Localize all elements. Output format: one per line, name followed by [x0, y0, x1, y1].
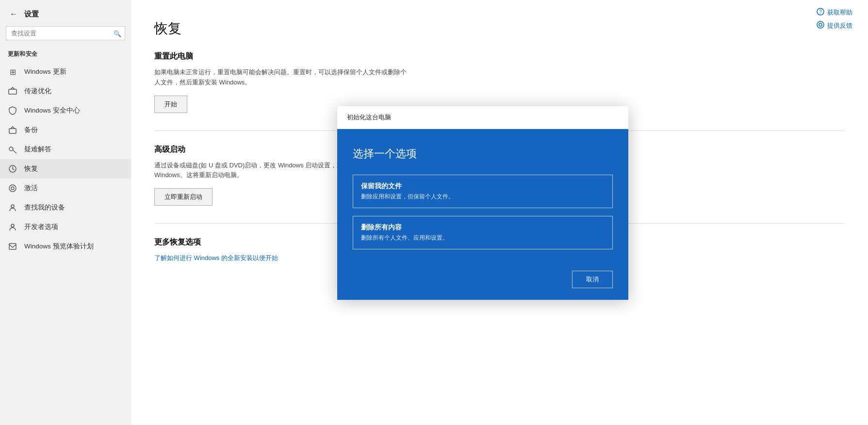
recovery-icon [8, 164, 17, 174]
reset-section-desc: 如果电脑未正常运行，重置电脑可能会解决问题。重置时，可以选择保留个人文件或删除个… [154, 67, 407, 88]
reset-start-button[interactable]: 开始 [154, 96, 187, 113]
search-box: 🔍 [6, 26, 125, 40]
sidebar-item-label: 查找我的设备 [24, 203, 65, 212]
svg-rect-1 [9, 129, 16, 133]
sidebar-item-label: 传递优化 [24, 87, 51, 96]
get-help-icon: ? [817, 8, 824, 17]
get-help-link[interactable]: ? 获取帮助 [817, 8, 852, 17]
remove-all-option[interactable]: 删除所有内容 删除所有个人文件、应用和设置。 [353, 216, 613, 249]
delivery-opt-icon [8, 86, 17, 96]
feedback-link[interactable]: 提供反馈 [817, 21, 852, 30]
dev-options-icon [8, 222, 17, 232]
remove-all-desc: 删除所有个人文件、应用和设置。 [361, 234, 605, 242]
svg-point-13 [819, 23, 822, 26]
sidebar-item-label: 备份 [24, 126, 38, 134]
feedback-label: 提供反馈 [827, 21, 852, 30]
svg-point-7 [11, 205, 14, 208]
get-help-label: 获取帮助 [827, 8, 852, 17]
sidebar-item-insider[interactable]: Windows 预览体验计划 [0, 237, 131, 256]
cancel-button[interactable]: 取消 [572, 271, 613, 288]
sidebar-header: ← 设置 [0, 4, 131, 26]
sidebar-item-find-device[interactable]: 查找我的设备 [0, 198, 131, 217]
modal-header: 初始化这台电脑 [337, 106, 628, 129]
reset-modal: 初始化这台电脑 选择一个选项 保留我的文件 删除应用和设置，但保留个人文件。 删… [337, 106, 628, 300]
windows-update-icon: ⊞ [8, 67, 17, 77]
sidebar-item-label: Windows 更新 [24, 67, 66, 76]
svg-point-8 [11, 224, 14, 227]
sidebar-title: 设置 [24, 10, 39, 19]
svg-point-6 [11, 187, 14, 190]
keep-files-title: 保留我的文件 [361, 182, 605, 191]
modal-heading: 选择一个选项 [353, 147, 613, 161]
key-icon [8, 145, 17, 154]
sidebar-item-windows-update[interactable]: ⊞ Windows 更新 [0, 62, 131, 82]
remove-all-title: 删除所有内容 [361, 223, 605, 232]
sidebar-item-dev-options[interactable]: 开发者选项 [0, 217, 131, 237]
page-title: 恢复 [154, 19, 845, 38]
sidebar-item-troubleshoot[interactable]: 疑难解答 [0, 140, 131, 159]
search-icon: 🔍 [114, 30, 121, 37]
find-device-icon [8, 203, 17, 212]
sidebar-item-label: 开发者选项 [24, 223, 58, 231]
activation-icon [8, 183, 17, 193]
top-right-helpers: ? 获取帮助 提供反馈 [817, 8, 852, 30]
svg-point-12 [817, 21, 824, 28]
shield-icon [8, 106, 17, 115]
back-button[interactable]: ← [8, 8, 19, 20]
reset-section-title: 重置此电脑 [154, 51, 845, 62]
sidebar-item-label: 激活 [24, 184, 38, 193]
restart-now-button[interactable]: 立即重新启动 [154, 188, 213, 206]
sidebar-item-label: Windows 安全中心 [24, 106, 80, 115]
svg-line-3 [13, 150, 16, 153]
section-label: 更新和安全 [0, 48, 131, 62]
svg-point-5 [9, 185, 16, 192]
keep-files-option[interactable]: 保留我的文件 删除应用和设置，但保留个人文件。 [353, 175, 613, 208]
sidebar-item-activation[interactable]: 激活 [0, 179, 131, 198]
svg-rect-9 [9, 244, 16, 249]
sidebar: ← 设置 🔍 更新和安全 ⊞ Windows 更新 传递优化 Windows 安… [0, 0, 131, 425]
sidebar-item-label: Windows 预览体验计划 [24, 242, 94, 251]
more-recovery-link[interactable]: 了解如何进行 Windows 的全新安装以便开始 [154, 254, 278, 262]
sidebar-item-label: 疑难解答 [24, 145, 51, 154]
sidebar-item-recovery[interactable]: 恢复 [0, 159, 131, 179]
modal-body: 选择一个选项 保留我的文件 删除应用和设置，但保留个人文件。 删除所有内容 删除… [337, 129, 628, 271]
insider-icon [8, 242, 17, 251]
keep-files-desc: 删除应用和设置，但保留个人文件。 [361, 193, 605, 201]
modal-footer: 取消 [337, 271, 628, 300]
svg-text:?: ? [819, 9, 822, 15]
sidebar-item-windows-security[interactable]: Windows 安全中心 [0, 101, 131, 120]
backup-icon [8, 125, 17, 135]
sidebar-item-backup[interactable]: 备份 [0, 120, 131, 140]
sidebar-item-delivery-opt[interactable]: 传递优化 [0, 82, 131, 101]
search-input[interactable] [6, 26, 125, 40]
feedback-icon [817, 21, 824, 30]
svg-rect-0 [9, 89, 16, 94]
sidebar-item-label: 恢复 [24, 164, 38, 173]
